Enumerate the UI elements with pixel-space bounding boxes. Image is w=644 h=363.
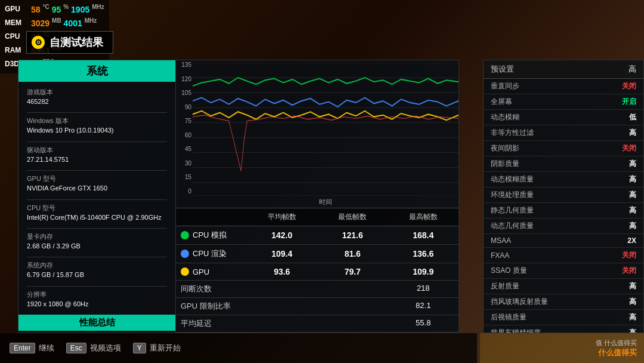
settings-ssao: SSAO 质量 关闭	[484, 263, 643, 279]
chart-canvas	[193, 63, 459, 196]
bottom-bar: Enter 继续 Esc 视频选项 Y 重新开始	[0, 333, 477, 363]
stats-interrupts-row: 间断次数 218	[176, 281, 459, 298]
enter-key-badge: Enter	[10, 343, 35, 353]
night-shadow-val: 关闭	[622, 143, 636, 153]
resolution-label: 分辨率	[27, 290, 167, 299]
system-info: 游戏版本 465282 Windows 版本 Windows 10 Pro (1…	[18, 82, 175, 333]
settings-static-geo: 静态几何质量 高	[484, 203, 643, 219]
hud-mem-clock: 4001 MHz	[64, 16, 97, 30]
resolution-value: 1920 x 1080 @ 60Hz	[27, 300, 167, 309]
settings-env-quality: 环境处理质量 高	[484, 187, 643, 203]
chart-y-labels: 135 120 105 90 75 60 45 30 15 0	[176, 60, 193, 196]
settings-windshield: 挡风玻璃反射质量 高	[484, 294, 643, 310]
rearview-label: 后视镜质量	[491, 312, 527, 322]
cpu-model-label: CPU 型号	[27, 204, 167, 213]
msaa-label: MSAA	[491, 236, 511, 245]
hud-row-gpu: GPU 58 °C 95 % 1905 MHz	[5, 2, 104, 16]
fxaa-val: 关闭	[622, 250, 636, 260]
settings-rearview: 后视镜质量 高	[484, 310, 643, 325]
env-quality-label: 环境处理质量	[491, 190, 534, 200]
settings-header: 预设置 高	[484, 60, 643, 79]
ram-section: 系统内存 6.79 GB / 15.87 GB	[27, 261, 167, 279]
y-key-badge: Y	[133, 343, 146, 353]
stats-row-cpu-render: CPU 渲染 109.4 81.6 136.6	[176, 245, 459, 263]
ssao-val: 关闭	[622, 266, 636, 276]
logo-group: 值 什么值得买 什么值得买	[596, 339, 637, 358]
ssao-label: SSAO 质量	[491, 266, 527, 276]
hud-mem-val: 3029 MB	[31, 16, 61, 30]
settings-msaa: MSAA 2X	[484, 234, 643, 248]
vram-section: 显卡内存 2.68 GB / 3.29 GB	[27, 232, 167, 251]
cpu-model-section: CPU 型号 Intel(R) Core(TM) i5-10400F CPU @…	[27, 204, 167, 222]
hud-label-gpu: GPU	[5, 4, 29, 15]
latency-val: 55.8	[388, 315, 459, 332]
anisotropic-val: 高	[629, 128, 636, 138]
settings-vsync: 垂直同步 关闭	[484, 79, 643, 94]
ram-label: 系统内存	[27, 261, 167, 270]
interrupts-val: 218	[388, 281, 459, 297]
main-panel: 系统 游戏版本 465282 Windows 版本 Windows 10 Pro…	[18, 60, 459, 333]
stats-col-name	[176, 208, 247, 226]
windows-version-section: Windows 版本 Windows 10 Pro (10.0.19043)	[27, 116, 167, 135]
driver-value: 27.21.14.5751	[27, 155, 167, 164]
modal-title: 自测试结果	[49, 35, 103, 50]
cpu-render-avg: 109.4	[247, 245, 318, 262]
anisotropic-label: 非等方性过滤	[491, 128, 534, 138]
interrupts-label: 间断次数	[176, 281, 317, 297]
continue-key[interactable]: Enter 继续	[10, 343, 54, 353]
performance-chart	[193, 63, 459, 196]
settings-motion-blur: 动态模糊 低	[484, 110, 643, 125]
cpu-sim-dot	[181, 231, 189, 239]
settings-reflection: 反射质量 高	[484, 279, 643, 294]
video-options-key[interactable]: Esc 视频选项	[66, 343, 121, 353]
left-panel: 系统 游戏版本 465282 Windows 版本 Windows 10 Pro…	[18, 60, 176, 333]
settings-dynamic-geo: 动态几何质量 高	[484, 219, 643, 234]
env-quality-val: 高	[629, 190, 636, 200]
cpu-render-label: CPU 渲染	[176, 245, 247, 263]
ram-value: 6.79 GB / 15.87 GB	[27, 270, 167, 279]
motion-blur-quality-val: 高	[629, 174, 636, 184]
gpu-limit-val: 82.1	[388, 298, 459, 315]
motion-blur-val: 低	[629, 112, 636, 122]
driver-version-section: 驱动版本 27.21.14.5751	[27, 146, 167, 164]
settings-fullscreen: 全屏幕 开启	[484, 94, 643, 110]
night-shadow-label: 夜间阴影	[491, 143, 519, 153]
windshield-label: 挡风玻璃反射质量	[491, 297, 548, 307]
hud-gpu-temp: 58 °C	[31, 2, 49, 16]
hud-label-cpu: CPU	[5, 31, 29, 42]
stats-col-avg: 平均帧数	[247, 208, 318, 226]
chart-area: 135 120 105 90 75 60 45 30 15 0	[176, 60, 459, 208]
settings-world-vehicle: 世界车辆精细度 高	[484, 325, 643, 333]
stats-col-min: 最低帧数	[317, 208, 388, 226]
shadow-quality-val: 高	[629, 159, 636, 169]
stats-col-max: 最高帧数	[388, 208, 459, 226]
vram-label: 显卡内存	[27, 232, 167, 241]
settings-fxaa: FXAA 关闭	[484, 248, 643, 263]
gpu-limit-label: GPU 限制比率	[176, 298, 317, 315]
video-options-label: 视频选项	[90, 343, 121, 353]
modal-title-bar: ⚙ 自测试结果	[26, 31, 113, 54]
hud-gpu-clock: 1905 MHz	[71, 2, 104, 16]
cpu-render-max: 136.6	[388, 245, 459, 262]
game-version-section: 游戏版本 465282	[27, 88, 167, 106]
motion-blur-label: 动态模糊	[491, 112, 519, 122]
right-panel: 135 120 105 90 75 60 45 30 15 0	[176, 60, 459, 333]
settings-night-shadow: 夜间阴影 关闭	[484, 141, 643, 156]
gear-icon: ⚙	[32, 36, 45, 49]
windows-version-label: Windows 版本	[27, 116, 167, 125]
cpu-model-value: Intel(R) Core(TM) i5-10400F CPU @ 2.90GH…	[27, 213, 167, 222]
rearview-val: 高	[629, 312, 636, 322]
stats-row-cpu-sim: CPU 模拟 142.0 121.6 168.4	[176, 226, 459, 245]
static-geo-label: 静态几何质量	[491, 205, 534, 216]
logo-area: 值 什么值得买 什么值得买	[480, 333, 644, 363]
game-version-label: 游戏版本	[27, 88, 167, 97]
world-vehicle-val: 高	[629, 328, 636, 333]
settings-anisotropic: 非等方性过滤 高	[484, 125, 643, 141]
hud-label-ram: RAM	[5, 45, 29, 56]
restart-key[interactable]: Y 重新开始	[133, 343, 181, 353]
cpu-sim-label: CPU 模拟	[176, 226, 247, 244]
restart-label: 重新开始	[150, 343, 181, 353]
settings-shadow-quality: 阴影质量 高	[484, 156, 643, 172]
vsync-label: 垂直同步	[491, 81, 519, 91]
shadow-quality-label: 阴影质量	[491, 159, 519, 169]
